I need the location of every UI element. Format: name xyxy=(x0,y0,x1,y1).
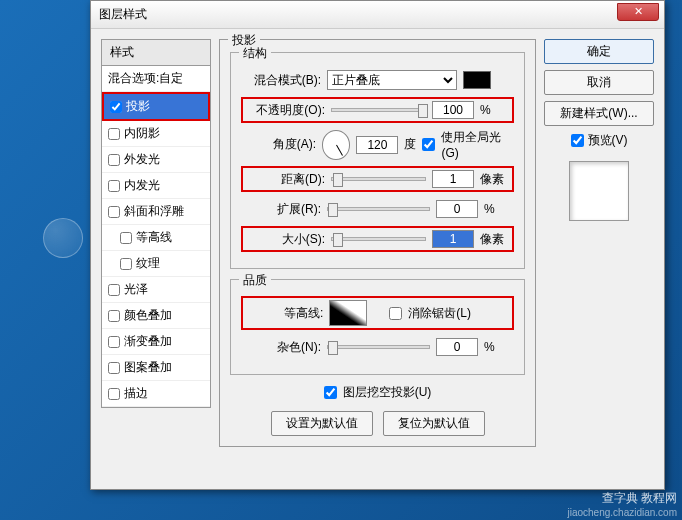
spread-label: 扩展(R): xyxy=(241,201,321,218)
sidebar-item-inner-glow[interactable]: 内发光 xyxy=(102,173,210,199)
angle-unit: 度 xyxy=(404,136,416,153)
distance-input[interactable] xyxy=(432,170,474,188)
preview-checkbox[interactable] xyxy=(571,134,584,147)
global-light-checkbox[interactable] xyxy=(422,138,435,151)
sidebar-item-inner-shadow[interactable]: 内阴影 xyxy=(102,121,210,147)
window-title: 图层样式 xyxy=(99,6,147,23)
opacity-slider[interactable] xyxy=(331,108,426,112)
preview-label: 预览(V) xyxy=(588,132,628,149)
new-style-button[interactable]: 新建样式(W)... xyxy=(544,101,654,126)
size-input[interactable] xyxy=(432,230,474,248)
opacity-label: 不透明度(O): xyxy=(245,102,325,119)
preview-box xyxy=(569,161,629,221)
pattern-overlay-checkbox[interactable] xyxy=(108,362,120,374)
titlebar: 图层样式 ✕ xyxy=(91,1,664,29)
satin-checkbox[interactable] xyxy=(108,284,120,296)
sidebar-item-color-overlay[interactable]: 颜色叠加 xyxy=(102,303,210,329)
angle-label: 角度(A): xyxy=(241,136,316,153)
distance-label: 距离(D): xyxy=(245,171,325,188)
angle-input[interactable] xyxy=(356,136,398,154)
noise-input[interactable] xyxy=(436,338,478,356)
opacity-input[interactable] xyxy=(432,101,474,119)
make-default-button[interactable]: 设置为默认值 xyxy=(271,411,373,436)
color-overlay-checkbox[interactable] xyxy=(108,310,120,322)
cancel-button[interactable]: 取消 xyxy=(544,70,654,95)
sidebar-item-contour[interactable]: 等高线 xyxy=(102,225,210,251)
structure-title: 结构 xyxy=(239,45,271,62)
layer-style-dialog: 图层样式 ✕ 样式 混合选项:自定 投影 内阴影 外发光 内发光 斜面和浮雕 等… xyxy=(90,0,665,490)
shadow-color-swatch[interactable] xyxy=(463,71,491,89)
angle-dial[interactable] xyxy=(322,130,350,160)
size-label: 大小(S): xyxy=(245,231,325,248)
quality-title: 品质 xyxy=(239,272,271,289)
texture-checkbox[interactable] xyxy=(120,258,132,270)
inner-glow-checkbox[interactable] xyxy=(108,180,120,192)
noise-unit: % xyxy=(484,340,514,354)
sidebar-item-stroke[interactable]: 描边 xyxy=(102,381,210,407)
reset-default-button[interactable]: 复位为默认值 xyxy=(383,411,485,436)
opacity-unit: % xyxy=(480,103,510,117)
outer-glow-checkbox[interactable] xyxy=(108,154,120,166)
contour-picker[interactable] xyxy=(329,300,367,326)
watermark: 查字典 教程网 jiaocheng.chazidian.com xyxy=(567,490,677,518)
sidebar-item-gradient-overlay[interactable]: 渐变叠加 xyxy=(102,329,210,355)
structure-group: 结构 混合模式(B): 正片叠底 不透明度(O): % 角度(A): xyxy=(230,52,525,269)
main-panel: 投影 结构 混合模式(B): 正片叠底 不透明度(O): % xyxy=(219,39,536,447)
distance-unit: 像素 xyxy=(480,171,510,188)
blend-mode-select[interactable]: 正片叠底 xyxy=(327,70,457,90)
quality-group: 品质 等高线: 消除锯齿(L) 杂色(N): % xyxy=(230,279,525,375)
spread-unit: % xyxy=(484,202,514,216)
sidebar-item-outer-glow[interactable]: 外发光 xyxy=(102,147,210,173)
drop-shadow-checkbox[interactable] xyxy=(110,101,122,113)
stroke-checkbox[interactable] xyxy=(108,388,120,400)
sidebar-item-bevel-emboss[interactable]: 斜面和浮雕 xyxy=(102,199,210,225)
noise-label: 杂色(N): xyxy=(241,339,321,356)
sidebar-item-blend-options[interactable]: 混合选项:自定 xyxy=(102,66,210,92)
global-light-label: 使用全局光(G) xyxy=(441,129,514,160)
styles-header: 样式 xyxy=(102,40,210,66)
decorative-bubble xyxy=(43,218,83,258)
knockout-checkbox[interactable] xyxy=(324,386,337,399)
sidebar-item-texture[interactable]: 纹理 xyxy=(102,251,210,277)
size-unit: 像素 xyxy=(480,231,510,248)
antialias-label: 消除锯齿(L) xyxy=(408,305,471,322)
spread-slider[interactable] xyxy=(327,207,430,211)
contour-label: 等高线: xyxy=(284,305,323,322)
size-slider[interactable] xyxy=(331,237,426,241)
ok-button[interactable]: 确定 xyxy=(544,39,654,64)
sidebar-item-satin[interactable]: 光泽 xyxy=(102,277,210,303)
spread-input[interactable] xyxy=(436,200,478,218)
distance-slider[interactable] xyxy=(331,177,426,181)
bevel-emboss-checkbox[interactable] xyxy=(108,206,120,218)
noise-slider[interactable] xyxy=(327,345,430,349)
styles-list: 样式 混合选项:自定 投影 内阴影 外发光 内发光 斜面和浮雕 等高线 纹理 光… xyxy=(101,39,211,408)
contour-checkbox[interactable] xyxy=(120,232,132,244)
inner-shadow-checkbox[interactable] xyxy=(108,128,120,140)
sidebar-item-pattern-overlay[interactable]: 图案叠加 xyxy=(102,355,210,381)
gradient-overlay-checkbox[interactable] xyxy=(108,336,120,348)
blend-mode-label: 混合模式(B): xyxy=(241,72,321,89)
antialias-checkbox[interactable] xyxy=(389,307,402,320)
close-button[interactable]: ✕ xyxy=(617,3,659,21)
sidebar-item-drop-shadow[interactable]: 投影 xyxy=(102,92,210,121)
knockout-label: 图层挖空投影(U) xyxy=(343,384,432,401)
